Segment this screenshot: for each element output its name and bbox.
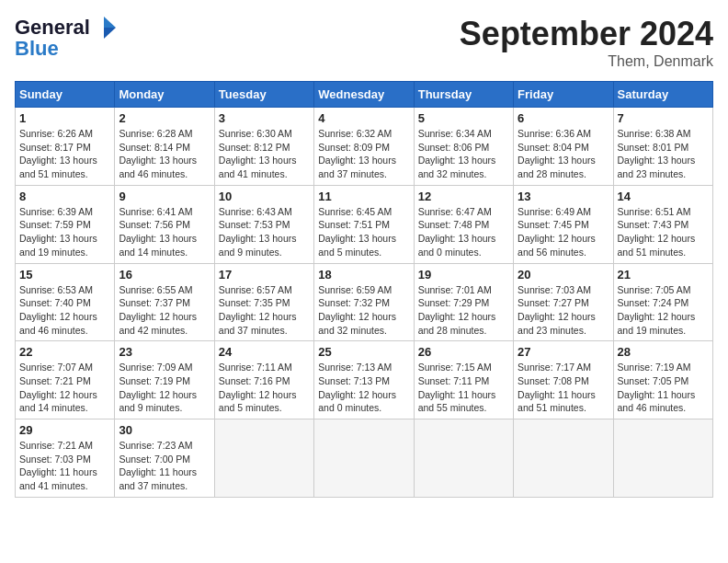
day-number: 18: [318, 268, 409, 282]
page-title: September 2024: [460, 15, 713, 53]
table-row: [514, 419, 613, 498]
day-info: Sunrise: 6:57 AM Sunset: 7:35 PM Dayligh…: [219, 283, 310, 338]
day-info: Sunrise: 6:39 AM Sunset: 7:59 PM Dayligh…: [19, 205, 110, 259]
page-subtitle: Them, Denmark: [460, 53, 713, 70]
table-row: 24Sunrise: 7:11 AM Sunset: 7:16 PM Dayli…: [214, 341, 313, 419]
calendar-week-row: 15Sunrise: 6:53 AM Sunset: 7:40 PM Dayli…: [16, 263, 713, 341]
day-number: 17: [219, 268, 310, 282]
table-row: 4Sunrise: 6:32 AM Sunset: 8:09 PM Daylig…: [314, 108, 414, 186]
table-row: [414, 419, 513, 498]
logo-blue: Blue: [15, 37, 59, 61]
day-info: Sunrise: 6:47 AM Sunset: 7:48 PM Dayligh…: [418, 205, 509, 259]
day-number: 14: [618, 190, 709, 203]
title-block: September 2024 Them, Denmark: [460, 15, 713, 70]
day-info: Sunrise: 7:01 AM Sunset: 7:29 PM Dayligh…: [418, 283, 509, 338]
day-number: 19: [418, 268, 509, 282]
table-row: 28Sunrise: 7:19 AM Sunset: 7:05 PM Dayli…: [613, 341, 712, 419]
calendar-week-row: 29Sunrise: 7:21 AM Sunset: 7:03 PM Dayli…: [16, 419, 713, 498]
col-tuesday: Tuesday: [214, 82, 313, 108]
col-friday: Friday: [514, 82, 613, 108]
table-row: 19Sunrise: 7:01 AM Sunset: 7:29 PM Dayli…: [414, 263, 513, 341]
day-info: Sunrise: 7:21 AM Sunset: 7:03 PM Dayligh…: [19, 439, 110, 493]
day-number: 12: [418, 190, 509, 203]
day-info: Sunrise: 7:13 AM Sunset: 7:13 PM Dayligh…: [318, 361, 409, 415]
day-number: 22: [19, 345, 110, 359]
table-row: 13Sunrise: 6:49 AM Sunset: 7:45 PM Dayli…: [514, 185, 613, 263]
table-row: 27Sunrise: 7:17 AM Sunset: 7:08 PM Dayli…: [514, 341, 613, 419]
day-info: Sunrise: 6:51 AM Sunset: 7:43 PM Dayligh…: [618, 205, 709, 259]
day-info: Sunrise: 7:07 AM Sunset: 7:21 PM Dayligh…: [19, 361, 110, 415]
day-number: 9: [119, 190, 210, 203]
day-number: 30: [119, 423, 210, 437]
day-number: 5: [418, 111, 509, 125]
day-number: 21: [618, 268, 709, 282]
table-row: 10Sunrise: 6:43 AM Sunset: 7:53 PM Dayli…: [214, 185, 313, 263]
day-number: 8: [19, 190, 110, 203]
day-info: Sunrise: 6:26 AM Sunset: 8:17 PM Dayligh…: [19, 127, 110, 181]
table-row: 6Sunrise: 6:36 AM Sunset: 8:04 PM Daylig…: [514, 108, 613, 186]
day-info: Sunrise: 6:53 AM Sunset: 7:40 PM Dayligh…: [19, 283, 110, 338]
table-row: 12Sunrise: 6:47 AM Sunset: 7:48 PM Dayli…: [414, 185, 513, 263]
col-monday: Monday: [115, 82, 214, 108]
col-saturday: Saturday: [613, 82, 712, 108]
day-info: Sunrise: 7:11 AM Sunset: 7:16 PM Dayligh…: [219, 361, 310, 415]
table-row: 20Sunrise: 7:03 AM Sunset: 7:27 PM Dayli…: [514, 263, 613, 341]
calendar-week-row: 1Sunrise: 6:26 AM Sunset: 8:17 PM Daylig…: [16, 108, 713, 186]
day-number: 29: [19, 423, 110, 437]
day-number: 28: [618, 345, 709, 359]
calendar-week-row: 8Sunrise: 6:39 AM Sunset: 7:59 PM Daylig…: [16, 185, 713, 263]
day-number: 2: [119, 111, 210, 125]
day-number: 13: [518, 190, 609, 203]
day-number: 25: [318, 345, 409, 359]
col-wednesday: Wednesday: [314, 82, 414, 108]
table-row: 16Sunrise: 6:55 AM Sunset: 7:37 PM Dayli…: [115, 263, 214, 341]
day-number: 16: [119, 268, 210, 282]
day-info: Sunrise: 6:59 AM Sunset: 7:32 PM Dayligh…: [318, 283, 409, 338]
day-number: 1: [19, 111, 110, 125]
day-number: 6: [518, 111, 609, 125]
page-header: General Blue September 2024 Them, Denmar…: [15, 15, 713, 70]
logo-arrow-icon: [90, 15, 118, 40]
table-row: 21Sunrise: 7:05 AM Sunset: 7:24 PM Dayli…: [613, 263, 712, 341]
col-thursday: Thursday: [414, 82, 513, 108]
day-info: Sunrise: 7:19 AM Sunset: 7:05 PM Dayligh…: [618, 361, 709, 415]
table-row: [613, 419, 712, 498]
table-row: [214, 419, 313, 498]
day-number: 4: [318, 111, 409, 125]
table-row: 8Sunrise: 6:39 AM Sunset: 7:59 PM Daylig…: [16, 185, 115, 263]
table-row: [314, 419, 414, 498]
table-row: 25Sunrise: 7:13 AM Sunset: 7:13 PM Dayli…: [314, 341, 414, 419]
day-info: Sunrise: 6:43 AM Sunset: 7:53 PM Dayligh…: [219, 205, 310, 259]
svg-marker-1: [104, 17, 116, 28]
day-info: Sunrise: 7:15 AM Sunset: 7:11 PM Dayligh…: [418, 361, 509, 415]
day-info: Sunrise: 6:45 AM Sunset: 7:51 PM Dayligh…: [318, 205, 409, 259]
table-row: 29Sunrise: 7:21 AM Sunset: 7:03 PM Dayli…: [16, 419, 115, 498]
day-number: 26: [418, 345, 509, 359]
day-number: 7: [618, 111, 709, 125]
day-number: 20: [518, 268, 609, 282]
table-row: 3Sunrise: 6:30 AM Sunset: 8:12 PM Daylig…: [214, 108, 313, 186]
calendar-header-row: Sunday Monday Tuesday Wednesday Thursday…: [16, 82, 713, 108]
day-number: 23: [119, 345, 210, 359]
table-row: 5Sunrise: 6:34 AM Sunset: 8:06 PM Daylig…: [414, 108, 513, 186]
day-info: Sunrise: 7:03 AM Sunset: 7:27 PM Dayligh…: [518, 283, 609, 338]
day-info: Sunrise: 6:30 AM Sunset: 8:12 PM Dayligh…: [219, 127, 310, 181]
day-info: Sunrise: 6:38 AM Sunset: 8:01 PM Dayligh…: [618, 127, 709, 181]
day-info: Sunrise: 6:36 AM Sunset: 8:04 PM Dayligh…: [518, 127, 609, 181]
table-row: 11Sunrise: 6:45 AM Sunset: 7:51 PM Dayli…: [314, 185, 414, 263]
table-row: 18Sunrise: 6:59 AM Sunset: 7:32 PM Dayli…: [314, 263, 414, 341]
day-info: Sunrise: 6:41 AM Sunset: 7:56 PM Dayligh…: [119, 205, 210, 259]
table-row: 7Sunrise: 6:38 AM Sunset: 8:01 PM Daylig…: [613, 108, 712, 186]
table-row: 1Sunrise: 6:26 AM Sunset: 8:17 PM Daylig…: [16, 108, 115, 186]
col-sunday: Sunday: [16, 82, 115, 108]
day-info: Sunrise: 7:23 AM Sunset: 7:00 PM Dayligh…: [119, 439, 210, 493]
table-row: 23Sunrise: 7:09 AM Sunset: 7:19 PM Dayli…: [115, 341, 214, 419]
calendar-week-row: 22Sunrise: 7:07 AM Sunset: 7:21 PM Dayli…: [16, 341, 713, 419]
day-info: Sunrise: 6:32 AM Sunset: 8:09 PM Dayligh…: [318, 127, 409, 181]
table-row: 17Sunrise: 6:57 AM Sunset: 7:35 PM Dayli…: [214, 263, 313, 341]
day-number: 10: [219, 190, 310, 203]
day-info: Sunrise: 6:49 AM Sunset: 7:45 PM Dayligh…: [518, 205, 609, 259]
table-row: 14Sunrise: 6:51 AM Sunset: 7:43 PM Dayli…: [613, 185, 712, 263]
table-row: 9Sunrise: 6:41 AM Sunset: 7:56 PM Daylig…: [115, 185, 214, 263]
day-number: 24: [219, 345, 310, 359]
